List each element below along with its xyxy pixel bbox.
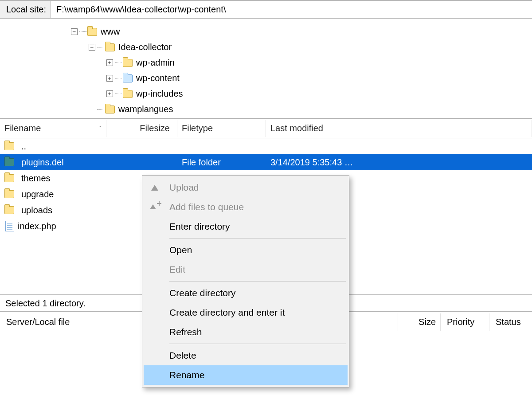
local-site-label: Local site: [0,1,51,18]
tree-node-wp-includes[interactable]: + wp-includes [71,86,532,102]
file-name: plugins.del [21,157,64,168]
ctx-label: Enter directory [169,221,230,232]
ctx-separator [169,238,346,239]
file-size [106,160,177,164]
tree-label: wp-content [136,73,180,83]
collapse-icon[interactable]: − [89,44,95,51]
expand-icon[interactable]: + [106,90,113,97]
file-name: .. [21,141,26,152]
ctx-label: Open [169,245,192,255]
ctx-delete[interactable]: Delete [144,346,348,365]
php-file-icon [5,221,14,231]
list-item-parent[interactable]: .. [0,138,532,154]
ctx-label: Delete [169,350,196,361]
tree-label: www [101,27,120,37]
tree-node-www[interactable]: − www [71,24,532,39]
tcol-status[interactable]: Status [489,313,532,331]
file-name: upgrade [21,189,54,200]
tree-label: Idea-collector [118,42,172,52]
tree-connector [79,31,86,32]
upload-icon [148,185,161,191]
ctx-label: Create directory and enter it [169,307,285,318]
file-columns-header: Filename ˄ Filesize Filetype Last modifi… [0,119,532,138]
ctx-refresh[interactable]: Refresh [144,322,348,342]
folder-icon [123,74,133,82]
collapse-icon[interactable]: − [71,28,78,35]
ctx-enter-directory[interactable]: Enter directory [144,217,348,236]
ctx-edit[interactable]: Edit [144,260,348,279]
ctx-separator [169,344,346,344]
ctx-open[interactable]: Open [144,240,348,260]
ctx-rename[interactable]: Rename [144,365,348,385]
col-last-modified[interactable]: Last modified [266,120,532,137]
tree-label: wamplangues [118,104,173,114]
col-filename[interactable]: Filename ˄ [0,120,106,137]
context-menu: Upload Add files to queue Enter director… [142,175,349,387]
folder-icon [4,174,14,182]
list-item-plugins-del[interactable]: plugins.del File folder 3/14/2019 5:35:4… [0,154,532,170]
tree-connector [115,63,122,63]
ctx-label: Rename [169,370,204,380]
col-filetype[interactable]: Filetype [177,120,266,137]
ctx-upload[interactable]: Upload [144,178,348,197]
expand-icon[interactable]: + [106,75,113,82]
ctx-create-directory[interactable]: Create directory [144,283,348,303]
ctx-label: Upload [169,182,199,193]
ctx-separator [169,281,346,282]
tree-connector [115,78,122,78]
col-filename-label: Filename [4,123,41,133]
file-modified [266,145,532,148]
expand-icon[interactable]: + [106,59,113,66]
folder-icon [123,59,133,67]
file-name: uploads [21,205,52,215]
tree-label: wp-includes [136,89,183,99]
add-to-queue-icon [148,203,161,211]
folder-icon [4,206,14,214]
file-type: File folder [177,156,266,169]
folder-icon [105,106,115,113]
file-modified: 3/14/2019 5:35:43 … [266,156,532,169]
tcol-priority[interactable]: Priority [441,313,489,331]
ctx-label: Create directory [169,288,235,298]
tree-node-wp-admin[interactable]: + wp-admin [71,55,532,70]
local-site-path-input[interactable] [51,1,532,18]
ctx-add-files-to-queue[interactable]: Add files to queue [144,197,348,217]
file-type [177,145,266,148]
tcol-size[interactable]: Size [398,313,441,331]
tree-node-wp-content[interactable]: + wp-content [71,70,532,86]
col-filesize[interactable]: Filesize [106,120,177,137]
folder-icon [105,43,115,51]
file-size [106,145,177,148]
tree-connector [115,94,122,94]
folder-icon [4,142,14,150]
folder-icon [87,28,97,36]
folder-icon [4,158,14,166]
tree-connector [97,47,104,47]
file-name: themes [21,173,51,184]
folder-icon [123,90,133,98]
ctx-create-directory-enter[interactable]: Create directory and enter it [144,303,348,322]
tree-node-wamplangues[interactable]: wamplangues [71,102,532,117]
tree-label: wp-admin [136,58,175,68]
ctx-label: Edit [169,264,185,275]
tree-connector [97,109,104,110]
ctx-label: Add files to queue [169,202,244,212]
tree-no-exp [89,106,95,113]
file-name: index.php [18,221,56,231]
ctx-label: Refresh [169,327,202,337]
folder-tree[interactable]: − www − Idea-collector + wp-admin + wp-c… [0,19,532,119]
local-site-bar: Local site: [0,0,532,19]
tree-node-idea-collector[interactable]: − Idea-collector [71,39,532,55]
sort-asc-icon: ˄ [99,125,102,132]
folder-icon [4,190,14,198]
